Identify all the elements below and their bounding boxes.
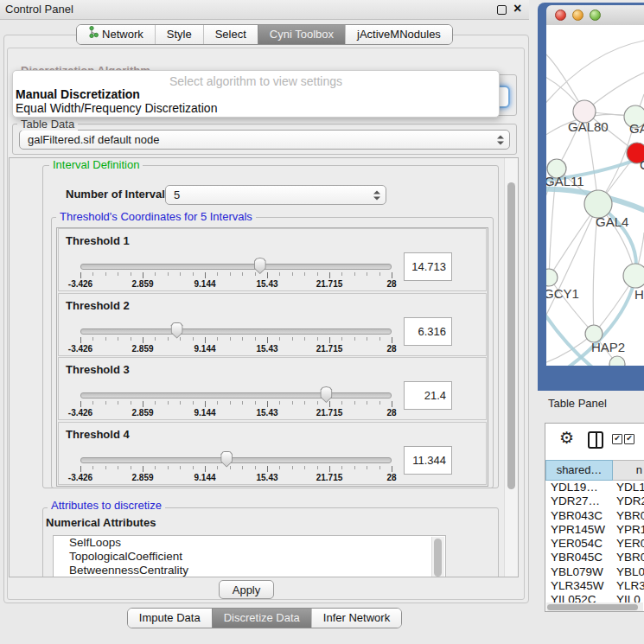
- threshold-slider[interactable]: -3.4262.8599.14415.4321.71528: [80, 258, 392, 290]
- table-row[interactable]: YDL19…YDL1: [545, 481, 644, 494]
- tick-label: 9.144: [194, 279, 215, 289]
- attribute-item-topologicalcoefficient[interactable]: TopologicalCoefficient: [54, 550, 445, 564]
- cell-shared-name[interactable]: YBR043C: [545, 509, 613, 523]
- node-label: H: [634, 287, 644, 302]
- tab-label: Impute Data: [139, 609, 201, 628]
- threshold-value-field[interactable]: 6.316: [404, 317, 452, 346]
- slider-track[interactable]: [80, 328, 392, 335]
- threshold-row: Threshold 1-3.4262.8599.14415.4321.71528…: [58, 228, 487, 291]
- network-graph[interactable]: GAL80GACGAL11GAL4GCY1HHAP2: [546, 25, 644, 366]
- threshold-slider[interactable]: -3.4262.8599.14415.4321.71528: [80, 387, 392, 418]
- slider-track[interactable]: [80, 264, 392, 270]
- network-node-gcy1[interactable]: [546, 269, 558, 286]
- cell-shared-name[interactable]: YLR345W: [545, 579, 613, 593]
- checkbox-icon[interactable]: ✔: [612, 434, 622, 444]
- cell-shared-name[interactable]: YBR045C: [545, 551, 613, 564]
- table-data-group-title: Table Data: [17, 118, 78, 131]
- node-label: GAL4: [596, 214, 628, 229]
- cell-shared-name[interactable]: YER054C: [545, 537, 613, 551]
- attribute-item-selfloops[interactable]: SelfLoops: [54, 536, 445, 550]
- cell-name[interactable]: YIL0: [613, 593, 644, 603]
- table-row[interactable]: YIL052CYIL0: [545, 593, 644, 603]
- tick-label: -3.426: [68, 279, 92, 289]
- attributes-scrollbar[interactable]: [431, 537, 444, 577]
- cell-name[interactable]: YER0: [613, 537, 644, 551]
- cell-name[interactable]: YBL0: [613, 565, 644, 579]
- dropdown-item-equal-width-frequency[interactable]: Equal Width/Frequency Discretization: [16, 101, 217, 115]
- tab-jactivemnodules[interactable]: jActiveMNodules: [345, 25, 452, 44]
- cell-name[interactable]: YBR0: [613, 509, 644, 523]
- tab-label: Network: [102, 25, 143, 44]
- tick-label: 9.144: [194, 473, 215, 482]
- table-row[interactable]: YBR043CYBR0: [545, 509, 644, 523]
- settings-scrollbar-thumb[interactable]: [507, 182, 515, 489]
- network-canvas[interactable]: GAL80GACGAL11GAL4GCY1HHAP2: [546, 25, 644, 366]
- cell-shared-name[interactable]: YPR145W: [545, 523, 613, 537]
- tab-impute-data[interactable]: Impute Data: [128, 609, 212, 628]
- tick-label: 2.859: [131, 473, 153, 482]
- top-tab-bar: NetworkStyleSelectCyni ToolboxjActiveMNo…: [0, 24, 529, 45]
- column-header-name[interactable]: n: [613, 460, 644, 481]
- table-row[interactable]: YER054CYER0: [545, 537, 644, 551]
- threshold-label: Threshold 1: [66, 234, 130, 247]
- slider-ticks: [80, 466, 392, 473]
- gear-icon[interactable]: ⚙: [559, 428, 574, 447]
- checkbox-icon[interactable]: ✔: [624, 434, 634, 444]
- cell-name[interactable]: YDL1: [613, 481, 644, 494]
- tab-discretize-data[interactable]: Discretize Data: [212, 609, 311, 628]
- close-icon[interactable]: ×: [513, 1, 521, 16]
- table-panel-title: Table Panel: [548, 397, 607, 410]
- cell-name[interactable]: YPR1: [613, 523, 644, 537]
- settings-scrollbar[interactable]: [504, 158, 519, 577]
- traffic-light-close-icon[interactable]: [555, 10, 566, 21]
- tick-label: -3.426: [68, 408, 92, 418]
- cell-shared-name[interactable]: YDL19…: [545, 481, 613, 494]
- table-row[interactable]: YDR27…YDR2: [545, 494, 644, 508]
- tab-infer-network[interactable]: Infer Network: [311, 609, 401, 628]
- bottom-tab-bar: Impute DataDiscretize DataInfer Network: [0, 608, 529, 628]
- cell-name[interactable]: YLR3: [613, 579, 644, 593]
- number-of-intervals-combobox[interactable]: 5: [165, 185, 386, 205]
- tab-style[interactable]: Style: [155, 25, 203, 44]
- traffic-light-minimize-icon[interactable]: [572, 10, 583, 21]
- slider-ticks: [80, 337, 392, 344]
- apply-button[interactable]: Apply: [219, 580, 274, 599]
- tab-network[interactable]: Network: [77, 25, 155, 44]
- numerical-attributes-list[interactable]: SelfLoopsTopologicalCoefficientBetweenne…: [53, 535, 446, 577]
- cell-shared-name[interactable]: YDR27…: [545, 494, 613, 508]
- node-label: GAL11: [546, 174, 584, 188]
- number-of-intervals-label: Number of Intervals: [66, 188, 171, 201]
- table-data-combobox[interactable]: galFiltered.sif default node: [19, 130, 510, 150]
- chevron-updown-icon: [373, 189, 380, 201]
- number-of-intervals-value: 5: [174, 186, 180, 205]
- table-hscrollbar[interactable]: [546, 603, 643, 612]
- threshold-slider[interactable]: -3.4262.8599.14415.4321.71528: [80, 452, 392, 483]
- table-hscrollbar-thumb[interactable]: [547, 604, 638, 610]
- tab-cyni-toolbox[interactable]: Cyni Toolbox: [258, 25, 345, 44]
- dropdown-item-manual-discretization[interactable]: Manual Discretization: [16, 87, 140, 101]
- threshold-slider[interactable]: -3.4262.8599.14415.4321.71528: [80, 323, 392, 354]
- cell-shared-name[interactable]: YBL079W: [545, 565, 613, 579]
- network-edge[interactable]: [546, 204, 598, 323]
- attribute-item-betweennesscentrality[interactable]: BetweennessCentrality: [54, 564, 445, 577]
- network-node-h[interactable]: [623, 264, 644, 288]
- numerical-attributes-label: Numerical Attributes: [46, 516, 156, 529]
- column-header-shared[interactable]: shared…: [545, 460, 613, 481]
- float-icon[interactable]: [497, 5, 507, 15]
- threshold-value-field[interactable]: 14.713: [404, 252, 452, 281]
- table-row[interactable]: YPR145WYPR1: [545, 523, 644, 537]
- threshold-value-field[interactable]: 21.4: [404, 381, 452, 410]
- slider-track[interactable]: [80, 392, 392, 399]
- columns-icon[interactable]: [588, 431, 603, 449]
- slider-track[interactable]: [80, 457, 392, 463]
- cell-name[interactable]: YDR2: [613, 494, 644, 508]
- tab-select[interactable]: Select: [203, 25, 258, 44]
- cell-name[interactable]: YBR0: [613, 551, 644, 564]
- table-row[interactable]: YBL079WYBL0: [545, 565, 644, 579]
- traffic-light-zoom-icon[interactable]: [590, 10, 601, 21]
- cell-shared-name[interactable]: YIL052C: [545, 593, 613, 603]
- threshold-value-field[interactable]: 11.344: [404, 446, 452, 475]
- table-row[interactable]: YLR345WYLR3: [545, 579, 644, 593]
- attributes-group-title: Attributes to discretize: [48, 499, 165, 512]
- table-row[interactable]: YBR045CYBR0: [545, 551, 644, 564]
